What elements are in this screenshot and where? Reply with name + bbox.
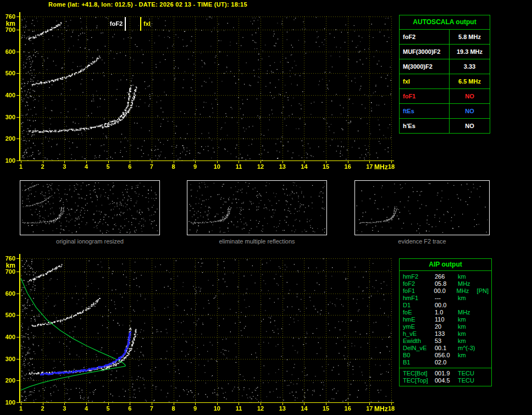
param-unit: km	[458, 330, 479, 337]
table-row: h_vE133km	[403, 330, 489, 337]
table-row: TEC[Bot]001.9TECU	[403, 370, 489, 377]
param-value: ---	[435, 295, 458, 302]
thumbnail-f2-trace-canvas	[355, 181, 489, 235]
param-unit: km	[458, 352, 479, 359]
param-unit: TECU	[458, 370, 479, 377]
table-row: D100.0	[403, 302, 489, 309]
thumbnail-original-ionogram	[20, 180, 160, 235]
table-row: ftEs NO	[400, 104, 490, 119]
param-unit: km	[458, 316, 479, 323]
param-label: MUF(3000)F2	[400, 45, 450, 59]
thumbnail-original-canvas	[20, 181, 159, 235]
param-label: fxI	[400, 74, 450, 88]
param-value: 20	[435, 323, 458, 330]
param-extra	[479, 330, 489, 337]
param-label: foF2	[403, 280, 435, 287]
param-label: B1	[403, 359, 435, 366]
param-value: NO	[450, 119, 490, 133]
param-label: D1	[403, 302, 435, 309]
main-ionogram-plot	[0, 9, 396, 174]
param-unit: m^(-3)	[458, 345, 479, 352]
table-row: foF1 NO	[400, 89, 490, 104]
param-value: NO	[450, 89, 490, 103]
param-label: ymE	[403, 323, 435, 330]
param-label: hmE	[403, 316, 435, 323]
table-row: M(3000)F2 3.33	[400, 59, 490, 74]
param-extra	[479, 302, 489, 309]
param-value: 1.0	[435, 309, 458, 316]
param-label: foE	[403, 309, 435, 316]
table-row: hmE110km	[403, 316, 489, 323]
param-unit: km	[458, 323, 479, 330]
param-unit	[458, 302, 479, 309]
param-label: foF1	[400, 89, 450, 103]
param-extra	[479, 345, 489, 352]
param-value: 53	[435, 337, 458, 345]
autoscala-output-table: AUTOSCALA output foF2 5.8 MHz MUF(3000)F…	[399, 15, 490, 134]
table-row: Ewidth53km	[403, 337, 489, 345]
param-extra	[479, 273, 489, 280]
param-extra	[479, 280, 489, 287]
table-row: fxI 6.5 MHz	[400, 74, 490, 89]
param-label: foF2	[400, 30, 450, 44]
thumbnail-f2-trace	[354, 180, 490, 235]
param-label: ftEs	[400, 104, 450, 118]
param-value: 001.9	[435, 370, 458, 377]
table-row: foE1.0MHz	[403, 309, 489, 316]
param-label: TEC[Top]	[403, 377, 435, 384]
param-unit: MHz	[457, 287, 477, 295]
param-extra	[479, 337, 489, 345]
param-value: 004.5	[435, 377, 458, 384]
param-value: 266	[435, 273, 458, 280]
param-extra	[479, 295, 489, 302]
table-row: foF205.8MHz	[403, 280, 489, 287]
param-unit: TECU	[458, 377, 479, 384]
param-value: 00.0	[434, 287, 457, 295]
param-unit: km	[458, 273, 479, 280]
aip-table-body: hmF2266km foF205.8MHz foF100.0MHz[PN] hm…	[400, 271, 491, 386]
param-value: 133	[435, 330, 458, 337]
param-value: 05.8	[435, 280, 458, 287]
param-value: 6.5 MHz	[450, 74, 490, 88]
param-label: DelN_vE	[403, 345, 435, 352]
param-label: TEC[Bot]	[403, 370, 435, 377]
param-value: 02.0	[435, 359, 458, 366]
param-value: 5.8 MHz	[450, 30, 490, 44]
autoscala-app-window: Rome (lat: +41.8, lon: 012.5) - DATE: 20…	[0, 0, 532, 415]
param-value: NO	[450, 104, 490, 118]
param-label: h'Es	[400, 119, 450, 133]
tec-separator	[400, 368, 491, 368]
param-value: 056.0	[435, 352, 458, 359]
param-unit: MHz	[458, 309, 479, 316]
param-unit: km	[458, 295, 479, 302]
param-unit: MHz	[458, 280, 479, 287]
param-value: 00.0	[435, 302, 458, 309]
param-extra	[479, 359, 489, 366]
param-label: h_vE	[403, 330, 435, 337]
table-row: foF2 5.8 MHz	[400, 30, 490, 45]
param-extra: [PN]	[477, 287, 489, 295]
thumbnail-no-multiples-canvas	[187, 181, 326, 235]
param-unit: km	[458, 337, 479, 345]
param-label: M(3000)F2	[400, 59, 450, 74]
thumbnail-caption: original ionogram resized	[20, 238, 160, 245]
aip-output-table: AIP output hmF2266km foF205.8MHz foF100.…	[399, 258, 492, 386]
station-date-header: Rome (lat: +41.8, lon: 012.5) - DATE: 20…	[48, 1, 247, 8]
param-unit	[458, 359, 479, 366]
table-row: DelN_vE00.1m^(-3)	[403, 345, 489, 352]
param-value: 110	[435, 316, 458, 323]
param-label: hmF1	[403, 295, 435, 302]
thumbnail-caption: eliminate multiple reflections	[187, 238, 327, 245]
table-row: foF100.0MHz[PN]	[403, 287, 489, 295]
table-row: ymE20km	[403, 323, 489, 330]
inverted-profile-ionogram-plot	[0, 251, 396, 415]
param-value: 3.33	[450, 59, 490, 74]
param-extra	[479, 323, 489, 330]
autoscala-table-header: AUTOSCALA output	[400, 15, 490, 30]
param-label: foF1	[403, 287, 434, 295]
param-label: hmF2	[403, 273, 435, 280]
table-row: B102.0	[403, 359, 489, 366]
param-extra	[479, 316, 489, 323]
table-row: MUF(3000)F2 19.3 MHz	[400, 45, 490, 59]
param-label: B0	[403, 352, 435, 359]
